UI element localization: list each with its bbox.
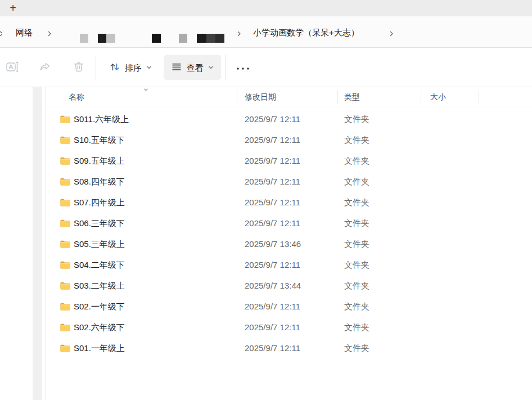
column-header-name[interactable]: 名称 [69,92,84,102]
file-date: 2025/9/7 12:11 [245,177,300,186]
table-row[interactable]: S01.一年级上 2025/9/7 12:11 文件夹 [46,338,532,358]
sort-arrows-icon [109,61,121,75]
column-header-size[interactable]: 大小 [430,92,446,102]
file-date: 2025/9/7 12:11 [245,114,300,124]
breadcrumb-separator-icon[interactable] [236,29,242,36]
navigation-pane [0,87,46,400]
column-header-type[interactable]: 类型 [344,92,360,102]
column-divider[interactable] [479,90,479,104]
chevron-down-icon [208,63,214,73]
file-date: 2025/9/7 12:11 [245,218,300,228]
file-name: S02.六年级下 [74,322,125,333]
file-name: S01.一年级上 [74,343,125,354]
file-name: S011.六年级上 [74,114,129,125]
folder-icon [60,157,70,167]
file-date: 2025/9/7 12:11 [245,260,300,269]
file-type: 文件夹 [344,260,369,271]
table-row[interactable]: S09.五年级上 2025/9/7 12:11 文件夹 [46,150,532,171]
file-list-view: 名称 修改日期 类型 大小 S011.六年级上 2025/9/7 12:11 文… [46,87,532,400]
rename-icon [6,60,19,75]
file-name: S02.一年级下 [74,302,125,312]
file-name: S08.四年级下 [74,177,125,187]
file-date: 2025/9/7 12:11 [245,197,300,207]
view-button-label: 查看 [187,64,204,72]
file-type: 文件夹 [344,135,369,146]
file-list: S011.六年级上 2025/9/7 12:11 文件夹 S10.五年级下 20… [46,106,532,358]
sort-descending-indicator-icon [143,85,149,95]
file-name: S04.二年级下 [74,260,125,271]
sort-button[interactable]: 排序 [103,55,158,80]
list-lines-icon [170,61,183,75]
table-row[interactable]: S05.三年级上 2025/9/7 13:46 文件夹 [46,233,532,254]
main-area: 名称 修改日期 类型 大小 S011.六年级上 2025/9/7 12:11 文… [0,87,532,400]
toolbar-divider [96,55,96,80]
chevron-down-icon [146,63,152,73]
file-date: 2025/9/7 13:46 [245,239,301,249]
file-name: S03.二年级上 [74,281,125,291]
folder-icon [60,261,70,271]
table-row[interactable]: S02.一年级下 2025/9/7 12:11 文件夹 [46,296,532,317]
folder-icon [60,303,70,313]
more-options-button[interactable] [231,55,255,80]
file-name: S06.三年级下 [74,218,125,229]
folder-icon [60,178,70,188]
toolbar-divider [225,55,226,80]
column-divider[interactable] [421,90,421,104]
breadcrumb-redacted [80,34,224,43]
column-header-row: 名称 修改日期 类型 大小 [46,87,532,106]
file-date: 2025/9/7 13:44 [245,281,301,290]
file-type: 文件夹 [344,177,369,187]
table-row[interactable]: S04.二年级下 2025/9/7 12:11 文件夹 [46,254,532,275]
trash-icon [72,60,85,75]
table-row[interactable]: S03.二年级上 2025/9/7 13:44 文件夹 [46,275,532,296]
file-name: S09.五年级上 [74,156,125,167]
breadcrumb-separator-icon[interactable] [46,29,53,36]
delete-button[interactable] [66,55,91,80]
folder-icon [60,344,70,354]
folder-icon [60,199,70,209]
file-date: 2025/9/7 12:11 [245,302,300,311]
column-header-date-modified[interactable]: 修改日期 [245,92,276,102]
new-tab-button[interactable]: + [6,1,20,15]
folder-icon [60,136,70,146]
view-button[interactable]: 查看 [164,55,221,80]
table-row[interactable]: S07.四年级上 2025/9/7 12:11 文件夹 [46,192,532,213]
table-row[interactable]: S10.五年级下 2025/9/7 12:11 文件夹 [46,129,532,150]
file-type: 文件夹 [344,114,369,125]
file-date: 2025/9/7 12:11 [245,322,300,332]
breadcrumb-item-current-folder[interactable]: 小学动画数学（呆呆+大志） [253,28,359,38]
ellipsis-icon [235,63,251,73]
file-type: 文件夹 [344,343,369,354]
file-date: 2025/9/7 12:11 [245,343,300,353]
file-type: 文件夹 [344,197,369,208]
rename-button[interactable] [0,55,25,80]
sort-button-label: 排序 [125,64,142,72]
tab-bar: + [0,0,532,16]
breadcrumb-edge-chevron-icon [0,29,2,36]
share-button[interactable] [33,55,57,80]
column-divider[interactable] [237,90,237,104]
column-divider[interactable] [337,90,338,104]
table-row[interactable]: S08.四年级下 2025/9/7 12:11 文件夹 [46,171,532,192]
file-date: 2025/9/7 12:11 [245,135,300,145]
table-row[interactable]: S06.三年级下 2025/9/7 12:11 文件夹 [46,213,532,233]
breadcrumb-item-network[interactable]: 网络 [16,28,33,38]
file-name: S07.四年级上 [74,197,125,208]
folder-icon [60,240,70,250]
file-date: 2025/9/7 12:11 [245,156,300,165]
table-row[interactable]: S011.六年级上 2025/9/7 12:11 文件夹 [46,109,532,129]
breadcrumb-separator-icon[interactable] [388,29,395,36]
file-name: S10.五年级下 [74,135,125,146]
folder-icon [60,323,70,334]
address-bar: 网络 小学动画数学（呆呆+大志） [0,16,532,48]
file-type: 文件夹 [344,239,369,250]
folder-icon [60,282,70,292]
file-type: 文件夹 [344,218,369,229]
table-row[interactable]: S02.六年级下 2025/9/7 12:11 文件夹 [46,317,532,338]
file-explorer-window: + 网络 小学动画数学（呆呆+大志） [0,0,532,400]
file-type: 文件夹 [344,156,369,167]
folder-icon [60,219,70,230]
file-type: 文件夹 [344,281,369,291]
navigation-pane-scrollbar[interactable] [33,87,42,400]
file-name: S05.三年级上 [74,239,125,250]
